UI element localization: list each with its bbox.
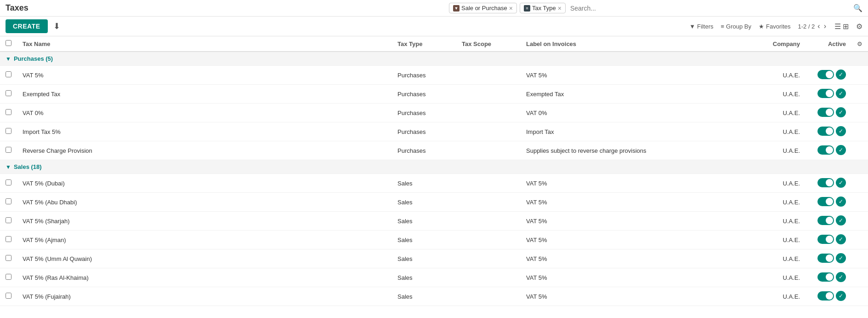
- row-checkbox[interactable]: [6, 217, 11, 223]
- col-header-company: Company: [773, 40, 800, 47]
- active-cell: ✓: [806, 104, 851, 122]
- filters-button[interactable]: ▼ Filters: [689, 23, 713, 30]
- table-row[interactable]: VAT 5% (Ajman) Sales VAT 5% U.A.E. ✓: [0, 231, 868, 249]
- prev-page-button[interactable]: ‹: [817, 21, 821, 31]
- table-body: ▼ Purchases (5) VAT 5% Purchases VAT 5% …: [0, 52, 868, 306]
- active-toggle[interactable]: [817, 272, 834, 282]
- collapse-arrow[interactable]: ▼: [6, 56, 11, 62]
- table-settings-button[interactable]: ⚙: [857, 40, 862, 47]
- list-view-button[interactable]: ☰: [834, 22, 841, 31]
- active-toggle[interactable]: [817, 70, 834, 79]
- tax-name-link[interactable]: VAT 5% (Umm Al Quwain): [23, 255, 92, 262]
- row-checkbox[interactable]: [6, 128, 11, 134]
- next-page-button[interactable]: ›: [823, 21, 827, 31]
- filter-icon: ▼: [689, 23, 695, 30]
- tax-name-link[interactable]: VAT 5% (Ras Al-Khaima): [23, 274, 89, 281]
- filter-tag-tax-type[interactable]: ≡ Tax Type ×: [520, 3, 566, 13]
- table-row[interactable]: VAT 5% Purchases VAT 5% U.A.E. ✓: [0, 66, 868, 85]
- row-checkbox[interactable]: [6, 255, 11, 261]
- tax-name-link[interactable]: Exempted Tax: [23, 91, 60, 98]
- row-checkbox[interactable]: [6, 71, 11, 77]
- active-toggle[interactable]: [817, 178, 834, 187]
- active-toggle[interactable]: [817, 145, 834, 155]
- row-checkbox[interactable]: [6, 109, 11, 115]
- view-buttons: ☰ ⊞: [834, 22, 849, 31]
- row-checkbox[interactable]: [6, 90, 11, 96]
- label-on-invoices-cell: VAT 5%: [521, 249, 750, 268]
- tax-name-link[interactable]: VAT 5% (Ajman): [23, 237, 66, 243]
- company-cell: U.A.E.: [750, 193, 806, 212]
- active-check-icon: ✓: [836, 215, 846, 225]
- tax-filter-close-icon[interactable]: ×: [558, 5, 562, 12]
- table-row[interactable]: Import Tax 5% Purchases Import Tax U.A.E…: [0, 122, 868, 141]
- label-on-invoices-cell: VAT 5%: [521, 174, 750, 193]
- active-toggle[interactable]: [817, 291, 834, 301]
- active-toggle[interactable]: [817, 235, 834, 244]
- download-button[interactable]: ⬇: [53, 21, 60, 31]
- kanban-view-button[interactable]: ⊞: [843, 22, 849, 31]
- top-bar: Taxes ▼ Sale or Purchase × ≡ Tax Type × …: [0, 0, 868, 17]
- tax-name-link[interactable]: VAT 5% (Dubai): [23, 180, 65, 187]
- tax-type-cell: Sales: [392, 212, 456, 231]
- tax-name-link[interactable]: Reverse Charge Provision: [23, 147, 92, 154]
- create-button[interactable]: CREATE: [6, 19, 48, 33]
- table-row[interactable]: Exempted Tax Purchases Exempted Tax U.A.…: [0, 85, 868, 104]
- filter-tag-sale-or-purchase[interactable]: ▼ Sale or Purchase ×: [449, 3, 517, 13]
- active-cell: ✓: [806, 66, 851, 85]
- table-header: Tax Name Tax Type Tax Scope Label on Inv…: [0, 36, 868, 52]
- row-checkbox[interactable]: [6, 198, 11, 204]
- active-toggle[interactable]: [817, 108, 834, 117]
- active-toggle[interactable]: [817, 254, 834, 263]
- search-button[interactable]: 🔍: [853, 4, 862, 12]
- column-settings-button[interactable]: ⚙: [856, 22, 862, 31]
- groupby-button[interactable]: ≡ Group By: [721, 23, 752, 30]
- row-checkbox[interactable]: [6, 179, 11, 185]
- tax-scope-cell: [456, 104, 521, 122]
- active-toggle[interactable]: [817, 127, 834, 136]
- table-row[interactable]: VAT 5% (Ras Al-Khaima) Sales VAT 5% U.A.…: [0, 268, 868, 287]
- tax-name-link[interactable]: Import Tax 5%: [23, 128, 61, 135]
- tax-name-link[interactable]: VAT 5% (Fujairah): [23, 293, 71, 300]
- tax-name-link[interactable]: VAT 5% (Sharjah): [23, 218, 70, 225]
- group-label-text: Purchases (5): [14, 55, 53, 62]
- active-toggle[interactable]: [817, 197, 834, 206]
- label-on-invoices-cell: Exempted Tax: [521, 85, 750, 104]
- row-checkbox[interactable]: [6, 147, 11, 153]
- company-cell: U.A.E.: [750, 85, 806, 104]
- table-row[interactable]: VAT 5% (Umm Al Quwain) Sales VAT 5% U.A.…: [0, 249, 868, 268]
- tax-name-link[interactable]: VAT 5% (Abu Dhabi): [23, 199, 77, 206]
- filter-bar: ▼ Sale or Purchase × ≡ Tax Type × 🔍: [449, 3, 862, 13]
- table-row[interactable]: VAT 5% (Sharjah) Sales VAT 5% U.A.E. ✓: [0, 212, 868, 231]
- collapse-arrow[interactable]: ▼: [6, 164, 11, 170]
- active-check-icon: ✓: [836, 272, 846, 282]
- table-row[interactable]: Reverse Charge Provision Purchases Suppl…: [0, 141, 868, 160]
- table-row[interactable]: VAT 5% (Fujairah) Sales VAT 5% U.A.E. ✓: [0, 287, 868, 306]
- row-checkbox[interactable]: [6, 236, 11, 242]
- tax-type-cell: Sales: [392, 268, 456, 287]
- tax-name-link[interactable]: VAT 0%: [23, 110, 44, 116]
- active-cell: ✓: [806, 141, 851, 160]
- select-all-checkbox[interactable]: [6, 40, 11, 46]
- table-row[interactable]: VAT 5% (Abu Dhabi) Sales VAT 5% U.A.E. ✓: [0, 193, 868, 212]
- toolbar: CREATE ⬇ ▼ Filters ≡ Group By ★ Favorite…: [0, 17, 868, 36]
- tax-name-link[interactable]: VAT 5%: [23, 72, 44, 79]
- tax-scope-cell: [456, 174, 521, 193]
- label-on-invoices-cell: Import Tax: [521, 122, 750, 141]
- label-on-invoices-cell: VAT 0%: [521, 104, 750, 122]
- favorites-button[interactable]: ★ Favorites: [759, 23, 790, 30]
- company-cell: U.A.E.: [750, 174, 806, 193]
- table-row[interactable]: VAT 5% (Dubai) Sales VAT 5% U.A.E. ✓: [0, 174, 868, 193]
- table-row[interactable]: VAT 0% Purchases VAT 0% U.A.E. ✓: [0, 104, 868, 122]
- search-input[interactable]: [568, 4, 851, 13]
- tax-scope-cell: [456, 231, 521, 249]
- row-checkbox[interactable]: [6, 274, 11, 280]
- active-toggle[interactable]: [817, 216, 834, 225]
- tax-scope-cell: [456, 193, 521, 212]
- company-cell: U.A.E.: [750, 249, 806, 268]
- tax-scope-cell: [456, 249, 521, 268]
- active-toggle[interactable]: [817, 89, 834, 98]
- sale-filter-close-icon[interactable]: ×: [509, 5, 513, 12]
- tax-type-cell: Purchases: [392, 85, 456, 104]
- row-checkbox[interactable]: [6, 293, 11, 299]
- favorites-label: Favorites: [766, 23, 790, 30]
